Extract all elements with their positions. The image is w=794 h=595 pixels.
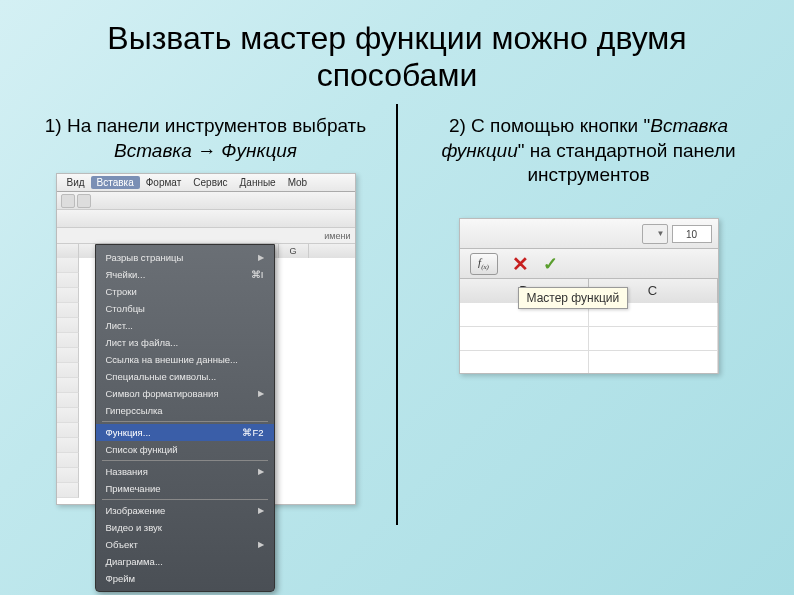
menu-view[interactable]: Вид	[61, 176, 91, 189]
row-header[interactable]	[57, 348, 79, 363]
dd-formatting-mark[interactable]: Символ форматирования▶	[96, 385, 274, 402]
row-header[interactable]	[57, 378, 79, 393]
dd-hyperlink[interactable]: Гиперссылка	[96, 402, 274, 419]
right-text-3: " на стандартной панели инструментов	[518, 140, 736, 186]
row-header[interactable]	[57, 333, 79, 348]
name-box-area: имени	[57, 228, 355, 244]
col-header-g[interactable]: G	[279, 244, 309, 258]
row-header[interactable]	[57, 273, 79, 288]
right-text-1: 2) С помощью кнопки "	[449, 115, 650, 136]
dd-frame[interactable]: Фрейм	[96, 570, 274, 587]
submenu-arrow-icon: ▶	[258, 387, 264, 400]
dd-video-audio[interactable]: Видео и звук	[96, 519, 274, 536]
rs-toolbar: ▼ 10	[460, 219, 718, 249]
submenu-arrow-icon: ▶	[258, 465, 264, 478]
accept-icon[interactable]: ✓	[543, 253, 558, 275]
row-header[interactable]	[57, 318, 79, 333]
fx-button[interactable]: f(x)	[470, 253, 498, 275]
dd-page-break[interactable]: Разрыв страницы▶	[96, 249, 274, 266]
dd-columns[interactable]: Столбцы	[96, 300, 274, 317]
dd-special-chars[interactable]: Специальные символы...	[96, 368, 274, 385]
shortcut: ⌘I	[251, 268, 264, 281]
dd-function[interactable]: Функция...⌘F2	[96, 424, 274, 441]
dd-image[interactable]: Изображение▶	[96, 502, 274, 519]
row-header[interactable]	[57, 408, 79, 423]
cell[interactable]	[460, 327, 588, 351]
dropdown-separator	[102, 460, 268, 461]
dd-chart[interactable]: Диаграмма...	[96, 553, 274, 570]
tooltip: Мастер функций	[518, 287, 629, 309]
right-screenshot: ▼ 10 f(x) ✕ ✓ B C Мастер функций	[459, 218, 719, 374]
dd-external-link[interactable]: Ссылка на внешние данные...	[96, 351, 274, 368]
slide-title: Вызвать мастер функции можно двумя спосо…	[0, 0, 794, 104]
fx-icon: f(x)	[478, 256, 489, 271]
right-instruction: 2) С помощью кнопки "Вставка функции" на…	[418, 114, 759, 188]
dd-sheet[interactable]: Лист...	[96, 317, 274, 334]
left-text-1: 1) На панели инструментов выбрать	[45, 115, 366, 136]
row-header[interactable]	[57, 288, 79, 303]
row-headers	[57, 258, 79, 498]
row-header[interactable]	[57, 468, 79, 483]
submenu-arrow-icon: ▶	[258, 504, 264, 517]
row-header[interactable]	[57, 393, 79, 408]
menu-format[interactable]: Формат	[140, 176, 188, 189]
sheet-area: G	[57, 244, 355, 504]
toolbar-1	[57, 192, 355, 210]
left-instruction: 1) На панели инструментов выбрать Вставк…	[35, 114, 376, 163]
dd-names[interactable]: Названия▶	[96, 463, 274, 480]
row-header[interactable]	[57, 303, 79, 318]
left-column: 1) На панели инструментов выбрать Вставк…	[20, 104, 391, 525]
toolbar-2	[57, 210, 355, 228]
dd-object[interactable]: Объект▶	[96, 536, 274, 553]
dropdown-separator	[102, 499, 268, 500]
cancel-icon[interactable]: ✕	[512, 252, 529, 276]
submenu-arrow-icon: ▶	[258, 251, 264, 264]
cell[interactable]	[589, 327, 717, 351]
menu-data[interactable]: Данные	[234, 176, 282, 189]
submenu-arrow-icon: ▶	[258, 538, 264, 551]
left-screenshot: Вид Вставка Формат Сервис Данные Mob име…	[56, 173, 356, 505]
row-header[interactable]	[57, 423, 79, 438]
dd-cells[interactable]: Ячейки...⌘I	[96, 266, 274, 283]
dropdown-button[interactable]: ▼	[642, 224, 668, 244]
dd-sheet-from-file[interactable]: Лист из файла...	[96, 334, 274, 351]
row-header[interactable]	[57, 363, 79, 378]
corner-cell[interactable]	[57, 244, 79, 258]
formula-bar: f(x) ✕ ✓	[460, 249, 718, 279]
rs-grid	[460, 303, 718, 373]
menu-tools[interactable]: Сервис	[187, 176, 233, 189]
menu-mob[interactable]: Mob	[282, 176, 313, 189]
name-hint: имени	[324, 231, 350, 241]
row-header[interactable]	[57, 453, 79, 468]
dd-rows[interactable]: Строки	[96, 283, 274, 300]
row-header[interactable]	[57, 438, 79, 453]
left-text-2: Вставка → Функция	[114, 140, 297, 161]
dd-function-list[interactable]: Список функций	[96, 441, 274, 458]
column-divider	[396, 104, 398, 525]
insert-dropdown: Разрыв страницы▶ Ячейки...⌘I Строки Стол…	[95, 244, 275, 592]
shortcut: ⌘F2	[242, 426, 263, 439]
dd-comment[interactable]: Примечание	[96, 480, 274, 497]
dropdown-separator	[102, 421, 268, 422]
menubar: Вид Вставка Формат Сервис Данные Mob	[57, 174, 355, 192]
toolbar-button[interactable]	[61, 194, 75, 208]
menu-insert[interactable]: Вставка	[91, 176, 140, 189]
toolbar-button[interactable]	[77, 194, 91, 208]
cell-ref-display: 10	[672, 225, 712, 243]
row-header[interactable]	[57, 483, 79, 498]
row-header[interactable]	[57, 258, 79, 273]
right-column: 2) С помощью кнопки "Вставка функции" на…	[403, 104, 774, 525]
